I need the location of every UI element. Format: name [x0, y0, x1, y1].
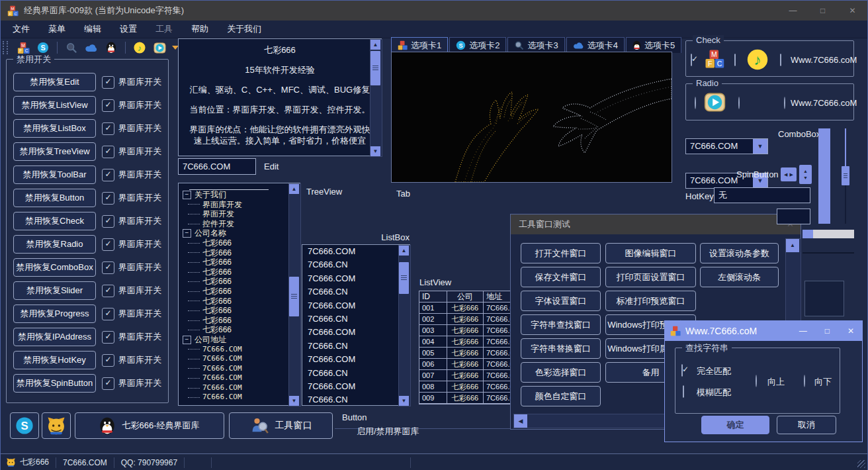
tree-item[interactable]: 七彩666 — [179, 277, 300, 287]
tree-item[interactable]: 7C666.COM — [179, 373, 300, 383]
tool-window-button[interactable]: 图像编辑窗口 — [605, 243, 696, 263]
spin-horizontal[interactable]: ◀▶ — [781, 167, 797, 181]
fuzzy-match-checkbox[interactable] — [683, 385, 684, 398]
listbox-item[interactable]: 7C666.CN — [302, 312, 410, 326]
tree-item[interactable]: 七彩666 — [179, 248, 300, 258]
listbox-item[interactable]: 7C666.CN — [302, 340, 410, 353]
tree-item[interactable]: 七彩666 — [179, 316, 300, 326]
column-header-id[interactable]: ID — [419, 291, 447, 303]
radio-text-radio[interactable] — [784, 97, 785, 109]
check-text-checkbox[interactable] — [780, 54, 781, 66]
menu-file[interactable]: 文件 — [3, 23, 39, 35]
radio-eye-radio[interactable] — [738, 97, 740, 109]
tab-3[interactable]: 选项卡3 — [507, 37, 564, 53]
check-mfc-checkbox[interactable] — [691, 54, 692, 66]
resize-grip[interactable] — [857, 460, 865, 468]
minimize-icon[interactable]: — — [799, 326, 807, 336]
edit-field[interactable] — [178, 158, 256, 175]
scroll-up-icon[interactable] — [399, 246, 409, 256]
scroll-thumb[interactable] — [289, 277, 299, 316]
tree-item[interactable]: 控件开发 — [179, 219, 300, 229]
direction-up-radio[interactable] — [756, 375, 757, 387]
tree-scrollbar[interactable] — [288, 183, 301, 406]
cat-mascot-button[interactable] — [42, 412, 71, 439]
disable-restore-button[interactable]: 禁用恢复SpinButton — [13, 374, 96, 393]
ui-switch-checkbox[interactable] — [102, 285, 114, 297]
disable-restore-button[interactable]: 禁用恢复ListView — [13, 96, 96, 115]
spin-down-icon[interactable]: ▼ — [803, 175, 808, 180]
ui-switch-checkbox[interactable] — [102, 238, 114, 251]
tree-view[interactable]: 关于我们 界面库开发 界面开发 控件开发 公司名称 七彩666 七彩666 七彩… — [178, 183, 300, 406]
listbox-item[interactable]: 7C666.COM — [302, 380, 410, 393]
ui-switch-checkbox[interactable] — [102, 354, 114, 367]
tree-item[interactable]: 7C666.COM — [179, 393, 300, 402]
combobox-1[interactable]: 7C666.COM — [685, 138, 768, 154]
tool-window-button[interactable]: 字体设置窗口 — [521, 291, 601, 311]
tool-window-button[interactable]: 保存文件窗口 — [521, 267, 601, 287]
scroll-up-icon[interactable] — [370, 40, 380, 50]
qq-library-button[interactable]: 七彩666-经典界面库 — [75, 412, 224, 439]
check-music-checkbox[interactable] — [734, 54, 736, 66]
info-scrollbar[interactable] — [370, 39, 382, 157]
tree-item[interactable]: 7C666.COM — [179, 354, 300, 364]
tree-item[interactable]: 7C666.COM — [179, 364, 300, 374]
disable-restore-button[interactable]: 禁用恢复Check — [13, 212, 96, 230]
disable-restore-button[interactable]: 禁用恢复ListBox — [13, 119, 96, 138]
listbox-scrollbar[interactable] — [398, 245, 411, 406]
tree-item[interactable]: 关于我们 — [179, 190, 300, 200]
disable-restore-button[interactable]: 禁用恢复HotKey — [13, 351, 96, 369]
menu-about[interactable]: 关于我们 — [218, 23, 271, 35]
slider-track-empty[interactable] — [845, 185, 846, 224]
tool-window-button[interactable]: 打印页面设置窗口 — [605, 267, 696, 287]
ui-switch-checkbox[interactable] — [102, 122, 114, 135]
slider-thumb[interactable] — [842, 166, 849, 185]
tree-item[interactable]: 七彩666 — [179, 238, 300, 248]
tree-item[interactable]: 七彩666 — [179, 267, 300, 277]
maximize-icon[interactable]: □ — [808, 1, 838, 21]
tool-window-open-button[interactable]: 工具窗口 — [229, 412, 333, 439]
disable-restore-button[interactable]: 禁用恢复Edit — [13, 73, 96, 91]
tool-window-button[interactable]: 设置滚动条参数 — [700, 243, 779, 263]
tree-item[interactable]: 7C666.COM — [179, 345, 300, 355]
disable-restore-button[interactable]: 禁用恢复Progress — [13, 305, 96, 323]
ui-switch-checkbox[interactable] — [102, 99, 114, 112]
full-match-checkbox[interactable] — [681, 364, 683, 377]
disable-restore-button[interactable]: 禁用恢复IPAddress — [13, 328, 96, 346]
tool-window-button[interactable]: 色彩选择窗口 — [521, 362, 601, 383]
scroll-up-icon[interactable] — [786, 239, 799, 252]
ui-switch-checkbox[interactable] — [102, 169, 114, 181]
tab-4[interactable]: 选项卡4 — [566, 37, 625, 53]
scroll-down-icon[interactable] — [370, 146, 380, 156]
tab-5[interactable]: 选项卡5 — [626, 37, 681, 53]
ip-address-field[interactable] — [777, 209, 810, 224]
scroll-down-icon[interactable] — [399, 396, 409, 406]
listbox-item[interactable]: 7C666.CN — [302, 393, 410, 406]
tree-item[interactable]: 七彩666 — [179, 258, 300, 267]
disable-restore-button[interactable]: 禁用恢复Button — [13, 189, 96, 207]
ui-switch-checkbox[interactable] — [102, 261, 114, 274]
listbox-item[interactable]: 7C666.COM — [302, 326, 410, 339]
tool-window-button[interactable]: 颜色自定窗口 — [521, 386, 601, 406]
tool-window-button[interactable]: 标准打印预览窗口 — [605, 291, 696, 311]
skype-button[interactable]: S — [10, 412, 39, 439]
maximize-icon[interactable]: □ — [825, 326, 830, 336]
tree-item[interactable]: 公司地址 — [179, 335, 300, 345]
disable-restore-button[interactable]: 禁用恢复ComboBox — [13, 258, 96, 277]
ui-switch-checkbox[interactable] — [102, 146, 114, 158]
tool-window-button[interactable]: 左侧滚动条 — [700, 267, 779, 287]
disable-restore-button[interactable]: 禁用恢复TreeView — [13, 142, 96, 161]
skype-icon[interactable]: S — [36, 41, 50, 54]
direction-down-radio[interactable] — [804, 375, 805, 387]
vertical-scroll-channel[interactable] — [818, 128, 830, 224]
scroll-left-icon[interactable] — [514, 414, 527, 428]
listbox-item[interactable]: 7C666.CN — [302, 367, 410, 380]
spin-right-icon[interactable]: ▶ — [790, 172, 793, 177]
tab-2[interactable]: S 选项卡2 — [449, 37, 506, 53]
qq-music-icon[interactable]: ♪ — [133, 41, 146, 54]
ui-switch-checkbox[interactable] — [102, 308, 114, 320]
scroll-down-icon[interactable] — [289, 396, 299, 406]
ok-button[interactable]: 确定 — [701, 416, 769, 434]
ui-switch-checkbox[interactable] — [102, 215, 114, 228]
slider-track-filled[interactable] — [845, 128, 846, 166]
spin-up-icon[interactable]: ▲ — [803, 169, 808, 173]
